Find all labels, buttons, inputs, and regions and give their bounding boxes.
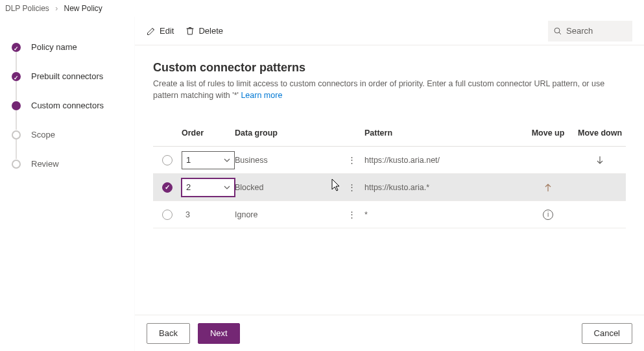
- step-scope[interactable]: Scope: [0, 120, 134, 149]
- step-policy-name[interactable]: Policy name: [0, 32, 134, 62]
- order-value: 2: [186, 182, 191, 192]
- breadcrumb: DLP Policies › New Policy: [0, 0, 644, 17]
- step-complete-icon: [12, 72, 21, 81]
- order-dropdown[interactable]: 1: [182, 151, 235, 169]
- step-label: Prebuilt connectors: [31, 71, 103, 81]
- info-button[interactable]: i: [543, 210, 553, 220]
- arrow-down-icon: [595, 155, 605, 165]
- learn-more-link[interactable]: Learn more: [241, 91, 282, 100]
- step-prebuilt-connectors[interactable]: Prebuilt connectors: [0, 62, 134, 91]
- data-group-cell: Business: [235, 156, 339, 165]
- data-group-cell: Blocked: [235, 183, 339, 192]
- table-header-row: Order Data group Pattern Move up Move do…: [153, 119, 626, 147]
- step-pending-icon: [12, 160, 21, 169]
- row-select-radio[interactable]: [162, 182, 173, 193]
- delete-label: Delete: [198, 26, 223, 36]
- order-value: 3: [182, 210, 190, 219]
- table-row[interactable]: 2 Blocked ⋮ https://kusto.aria.*: [153, 174, 626, 201]
- step-label: Policy name: [31, 42, 77, 52]
- order-value: 1: [186, 155, 191, 165]
- col-header-data-group[interactable]: Data group: [235, 128, 339, 138]
- pattern-cell: *: [364, 210, 522, 219]
- page-description: Create a list of rules to limit access t…: [153, 79, 626, 101]
- chevron-down-icon: [224, 184, 230, 191]
- table-row[interactable]: 3 Ignore ⋮ * i: [153, 201, 626, 228]
- col-header-pattern[interactable]: Pattern: [364, 128, 522, 138]
- toolbar: Edit Delete Search: [135, 17, 644, 45]
- svg-point-0: [555, 28, 560, 33]
- breadcrumb-parent[interactable]: DLP Policies: [5, 4, 49, 13]
- chevron-down-icon: [224, 157, 230, 163]
- back-button[interactable]: Back: [147, 323, 190, 344]
- info-icon: i: [543, 210, 553, 220]
- col-header-move-up[interactable]: Move up: [522, 128, 574, 138]
- pattern-cell: https://kusto.aria.net/: [364, 156, 522, 165]
- move-down-button[interactable]: [590, 151, 610, 170]
- col-header-move-down[interactable]: Move down: [574, 128, 626, 138]
- step-active-icon: [12, 101, 21, 110]
- delete-button[interactable]: Delete: [185, 22, 223, 40]
- edit-label: Edit: [160, 26, 174, 36]
- step-complete-icon: [12, 43, 21, 52]
- step-pending-icon: [12, 130, 21, 139]
- col-header-order[interactable]: Order: [182, 128, 235, 138]
- search-input[interactable]: Search: [548, 21, 632, 42]
- trash-icon: [185, 27, 195, 36]
- breadcrumb-separator-icon: ›: [55, 4, 58, 13]
- wizard-sidebar: Policy name Prebuilt connectors Custom c…: [0, 17, 135, 351]
- step-label: Review: [31, 159, 59, 169]
- order-dropdown[interactable]: 2: [182, 178, 235, 197]
- step-review[interactable]: Review: [0, 149, 134, 178]
- pattern-cell: https://kusto.aria.*: [364, 183, 522, 192]
- row-select-radio[interactable]: [162, 210, 173, 220]
- table-row[interactable]: 1 Business ⋮ https://kusto.aria.net/: [153, 147, 626, 174]
- search-placeholder: Search: [566, 26, 593, 36]
- next-button[interactable]: Next: [198, 323, 240, 344]
- wizard-footer: Back Next Cancel: [135, 315, 644, 351]
- description-text: Create a list of rules to limit access t…: [153, 79, 604, 100]
- edit-button[interactable]: Edit: [147, 22, 174, 40]
- row-menu-button[interactable]: ⋮: [344, 208, 359, 222]
- row-menu-button[interactable]: ⋮: [344, 180, 359, 195]
- step-label: Scope: [31, 130, 55, 139]
- patterns-table: Order Data group Pattern Move up Move do…: [153, 119, 626, 228]
- cancel-button[interactable]: Cancel: [582, 323, 632, 344]
- data-group-cell: Ignore: [235, 210, 339, 219]
- search-icon: [553, 27, 562, 36]
- move-up-button[interactable]: [538, 178, 558, 197]
- step-label: Custom connectors: [31, 101, 104, 110]
- row-select-radio[interactable]: [162, 155, 173, 165]
- arrow-up-icon: [543, 182, 553, 193]
- row-menu-button[interactable]: ⋮: [344, 153, 359, 167]
- step-custom-connectors[interactable]: Custom connectors: [0, 91, 134, 120]
- breadcrumb-current: New Policy: [64, 4, 102, 13]
- page-title: Custom connector patterns: [153, 61, 626, 75]
- pencil-icon: [147, 27, 156, 36]
